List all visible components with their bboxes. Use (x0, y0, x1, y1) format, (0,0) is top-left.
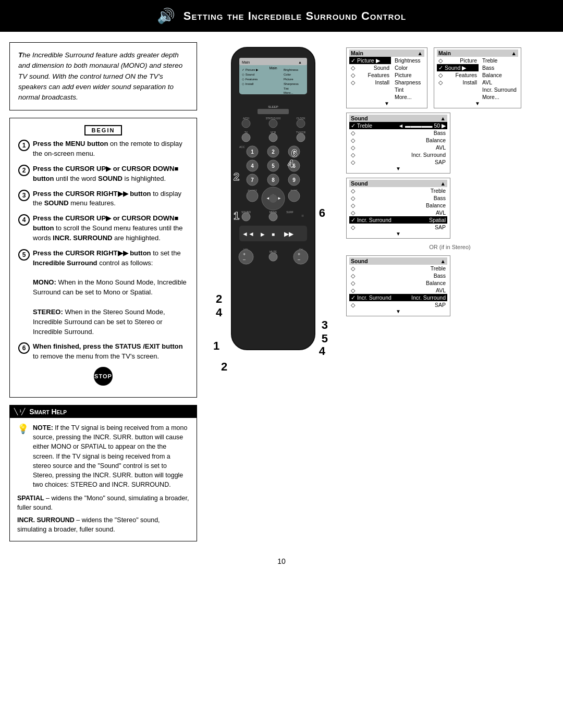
panel4-incr: ✓ Incr. Surround Spatial (349, 216, 447, 224)
svg-text:◄◄: ◄◄ (242, 230, 254, 238)
panel2-install: Install (437, 79, 479, 86)
panel3-incr: Incr. Surround (349, 151, 447, 158)
svg-text:6: 6 (291, 147, 297, 159)
svg-text:–: – (243, 257, 246, 262)
step-2-number: 2 (18, 165, 30, 176)
panel1-tint: Tint (393, 86, 424, 93)
panel1-color: Color (393, 64, 424, 71)
step-6-number: 6 (18, 342, 30, 354)
smart-help-content: NOTE: If the TV signal is being received… (33, 423, 189, 489)
menu-panel-4: Sound ▲ Treble Bass Balance AVL ✓ Incr. … (346, 178, 450, 239)
panel2-features: Features (437, 71, 479, 79)
svg-text:2: 2 (272, 149, 275, 155)
panel5-arrow-down: ▼ (349, 309, 447, 314)
page-header: 🔊 Setting the Incredible Surround Contro… (0, 0, 563, 32)
panel2-avl: AVL (481, 79, 518, 86)
menu-panel-2: Main ▲ Picture ✓ Sound ▶ Features Instal… (434, 47, 521, 108)
svg-text:Main: Main (242, 60, 250, 64)
svg-point-23 (297, 119, 305, 128)
svg-point-28 (269, 133, 277, 142)
step-5-number: 5 (18, 249, 30, 261)
panel4-bass: Bass (349, 194, 447, 202)
svg-point-72 (239, 250, 253, 264)
panel2-title: Main ▲ (437, 50, 518, 57)
intro-text: The Incredible Surround feature adds gre… (18, 50, 188, 103)
panel3-bass: Bass (349, 129, 447, 137)
panel5-treble: Treble (349, 265, 447, 272)
panel2-more: More... (481, 93, 518, 101)
step-3-content: Press the CURSOR RIGHT▶▶ button to displ… (33, 189, 188, 209)
svg-point-63 (242, 213, 250, 221)
svg-point-51 (247, 190, 258, 202)
step-2: 2 Press the CURSOR UP▶ or CUR­SOR DOWN■ … (18, 164, 188, 184)
step-1-number: 1 (18, 140, 30, 151)
panel4-balance: Balance (349, 202, 447, 209)
panel5-avl: AVL (349, 287, 447, 294)
svg-text:4: 4 (288, 158, 294, 169)
step-5: 5 Press the CURSOR RIGHT▶▶ button to set… (18, 249, 188, 337)
svg-text:ACC: ACC (239, 145, 245, 149)
svg-point-64 (269, 213, 277, 221)
panel5-incr: ✓ Incr. Surround Incr. Surround (349, 294, 447, 301)
intro-box: The Incredible Surround feature adds gre… (9, 42, 197, 110)
panels-area: Main ▲ ✓ Picture ▶ Sound Features Instal… (346, 42, 554, 541)
panel1-more: More... (393, 93, 424, 101)
page-number: 10 (0, 552, 563, 571)
panel1-picture2: Picture (393, 71, 424, 79)
panel1-arrow-down: ▼ (349, 101, 424, 106)
panel1-sharpness: Sharpness (393, 79, 424, 86)
svg-point-21 (242, 119, 250, 128)
smart-help-title: Smart Help (29, 408, 67, 416)
svg-point-22 (269, 119, 277, 128)
step-6: 6 When finished, press the STATUS /EXIT … (18, 342, 188, 362)
step-4-number: 4 (18, 214, 30, 226)
begin-badge: BEGIN (18, 126, 188, 134)
panel4-avl: AVL (349, 209, 447, 216)
panel1-brightness: Brightness (393, 57, 424, 64)
svg-point-58 (288, 190, 300, 202)
svg-text:Picture: Picture (284, 78, 293, 81)
remote-control-svg: Main Main ▲ ✓ Picture ▶ Brightness ◇ Sou… (211, 42, 336, 397)
panel4-treble: Treble (349, 187, 447, 194)
step-3-number: 3 (18, 190, 30, 201)
main-content: The Incredible Surround feature adds gre… (0, 32, 563, 552)
panel4-title: Sound ▲ (349, 180, 447, 187)
svg-text:2: 2 (234, 171, 239, 182)
panel2-incr-surround: Incr. Surround (481, 86, 518, 93)
svg-rect-17 (258, 109, 289, 114)
panel2-arrow-down: ▼ (437, 101, 518, 106)
panel3-arrow-down: ▼ (349, 166, 447, 171)
svg-point-77 (293, 250, 308, 264)
lightbulb-icon: 💡 (17, 423, 29, 435)
panel1-install: Install (349, 79, 391, 86)
svg-text:SLEEP: SLEEP (268, 105, 278, 108)
svg-text:✓ Picture ▶: ✓ Picture ▶ (242, 68, 259, 71)
svg-text:►: ► (277, 196, 282, 201)
panel5-balance: Balance (349, 279, 447, 287)
smart-help-incr: INCR. SURROUND – widens the "Stereo" sou… (17, 515, 189, 534)
sound-icon: 🔊 (157, 7, 175, 24)
panel1-title: Main ▲ (349, 50, 424, 57)
panel5-bass: Bass (349, 272, 447, 279)
svg-text:SURF: SURF (286, 211, 293, 214)
panel4-arrow-down: ▼ (349, 231, 447, 237)
step-4: 4 Press the CURSOR UP▶ or CURSOR DOWN■ b… (18, 214, 188, 243)
svg-text:Brightness: Brightness (284, 68, 298, 71)
panel1-sound: Sound (349, 64, 391, 71)
svg-point-57 (269, 194, 277, 203)
panel4-sap: SAP (349, 224, 447, 231)
svg-text:◇ Sound: ◇ Sound (242, 73, 254, 76)
step-5-content: Press the CURSOR RIGHT▶▶ button to set t… (33, 249, 188, 337)
step-1-content: Press the MENU button on the remote to d… (33, 139, 188, 159)
svg-text:1: 1 (234, 210, 239, 221)
panel3-title: Sound ▲ (349, 115, 447, 122)
svg-text:+: + (298, 252, 300, 257)
step-1: 1 Press the MENU button on the remote to… (18, 139, 188, 159)
panel2-bass: Bass (481, 64, 518, 71)
menu-panel-3: Sound ▲ ✓ Treble ◄ ▬▬▬▬▬ 50 ▶ Bass Balan… (346, 113, 450, 174)
panel5-sap: SAP (349, 301, 447, 309)
svg-text:8: 8 (272, 177, 275, 183)
svg-text:▲: ▲ (298, 60, 302, 64)
panel5-title: Sound ▲ (349, 257, 447, 265)
svg-text:◇ Features: ◇ Features (242, 78, 258, 81)
